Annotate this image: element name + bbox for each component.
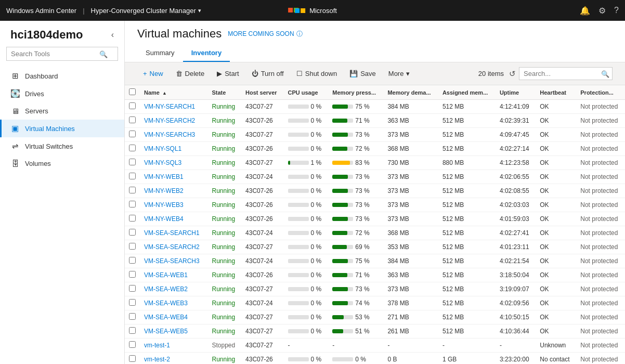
vm-name-link[interactable]: VM-SEA-SEARCH3 — [144, 257, 200, 265]
vm-name-link[interactable]: VM-NY-WEB1 — [144, 173, 184, 180]
row-checkbox[interactable] — [129, 299, 136, 306]
settings-icon[interactable]: ⚙ — [598, 6, 606, 16]
sidebar-item-drives[interactable]: 💽 Drives — [0, 85, 124, 102]
row-checkbox[interactable] — [129, 131, 136, 137]
row-checkbox-cell[interactable] — [125, 212, 140, 226]
col-state[interactable]: State — [208, 85, 242, 100]
row-checkbox[interactable] — [129, 271, 136, 278]
vm-name-link[interactable]: vm-test-1 — [144, 342, 170, 349]
app-name-label: Windows Admin Center — [6, 7, 76, 15]
row-checkbox-cell[interactable] — [125, 142, 140, 156]
delete-button[interactable]: 🗑 Delete — [170, 67, 211, 81]
row-checkbox[interactable] — [129, 102, 136, 109]
cluster-selector[interactable]: Hyper-Converged Cluster Manager ▾ — [91, 7, 201, 15]
vm-name-link[interactable]: vm-test-2 — [144, 356, 170, 363]
row-name-cell: VM-SEA-WEB4 — [140, 310, 208, 324]
row-checkbox-cell[interactable] — [125, 296, 140, 310]
sidebar-item-virtual-machines[interactable]: ▣ Virtual Machines — [0, 120, 124, 137]
collapse-sidebar-button[interactable]: ‹ — [111, 30, 114, 40]
vm-name-link[interactable]: VM-SEA-SEARCH2 — [144, 243, 200, 251]
row-checkbox-cell[interactable] — [125, 240, 140, 254]
row-checkbox[interactable] — [129, 341, 136, 348]
row-checkbox-cell[interactable] — [125, 353, 140, 365]
start-button[interactable]: ▶ Start — [211, 67, 244, 81]
sidebar-item-servers[interactable]: 🖥 Servers — [0, 102, 124, 120]
row-checkbox-cell[interactable] — [125, 282, 140, 296]
vm-name-link[interactable]: VM-NY-SQL3 — [144, 159, 181, 166]
vm-name-link[interactable]: VM-SEA-WEB3 — [144, 300, 188, 307]
help-icon[interactable]: ? — [614, 6, 619, 15]
row-checkbox-cell[interactable] — [125, 226, 140, 240]
row-checkbox-cell[interactable] — [125, 254, 140, 268]
cluster-dropdown-icon[interactable]: ▾ — [198, 7, 201, 14]
col-mem-dem[interactable]: Memory dema... — [383, 85, 438, 100]
table-row: vm-test-2 Running 43C07-26 0 % 0 % 0 B 1… — [125, 353, 625, 365]
vm-name-link[interactable]: VM-NY-WEB4 — [144, 215, 184, 223]
vm-name-link[interactable]: VM-NY-SEARCH3 — [144, 131, 195, 138]
row-checkbox-cell[interactable] — [125, 184, 140, 198]
row-checkbox[interactable] — [129, 257, 136, 264]
vm-name-link[interactable]: VM-SEA-WEB2 — [144, 285, 188, 293]
row-checkbox[interactable] — [129, 145, 136, 151]
row-checkbox-cell[interactable] — [125, 198, 140, 212]
row-checkbox[interactable] — [129, 243, 136, 250]
row-checkbox-cell[interactable] — [125, 268, 140, 282]
row-checkbox[interactable] — [129, 313, 136, 320]
row-checkbox-cell[interactable] — [125, 170, 140, 184]
vm-name-link[interactable]: VM-SEA-WEB4 — [144, 314, 188, 321]
select-all-checkbox[interactable] — [129, 88, 136, 95]
save-button[interactable]: 💾 Save — [344, 67, 382, 81]
row-protection-cell: Not protected — [576, 142, 625, 156]
col-cpu[interactable]: CPU usage — [284, 85, 329, 100]
row-checkbox-cell[interactable] — [125, 339, 140, 353]
col-mem-press[interactable]: Memory press... — [328, 85, 383, 100]
col-name[interactable]: Name ▲ — [140, 85, 208, 100]
row-checkbox-cell[interactable] — [125, 100, 140, 114]
tab-summary[interactable]: Summary — [137, 45, 183, 62]
col-heartbeat[interactable]: Heartbeat — [536, 85, 576, 100]
row-checkbox[interactable] — [129, 327, 136, 334]
new-button[interactable]: + New — [137, 67, 169, 81]
row-name-cell: VM-NY-SEARCH2 — [140, 114, 208, 128]
vm-name-link[interactable]: VM-SEA-WEB5 — [144, 328, 188, 335]
shutdown-button[interactable]: ☐ Shut down — [291, 67, 343, 81]
vm-name-link[interactable]: VM-SEA-SEARCH1 — [144, 229, 200, 237]
row-name-cell: VM-SEA-SEARCH3 — [140, 254, 208, 268]
sidebar-item-dashboard[interactable]: ⊞ Dashboard — [0, 67, 124, 85]
row-checkbox-cell[interactable] — [125, 324, 140, 339]
table-row: VM-SEA-WEB3 Running 43C07-24 0 % 74 % 37… — [125, 296, 625, 310]
row-checkbox-cell[interactable] — [125, 128, 140, 142]
row-checkbox-cell[interactable] — [125, 114, 140, 128]
row-checkbox[interactable] — [129, 159, 136, 165]
row-checkbox[interactable] — [129, 173, 136, 179]
vm-name-link[interactable]: VM-NY-SEARCH1 — [144, 103, 195, 110]
select-all-header[interactable] — [125, 85, 140, 100]
row-checkbox[interactable] — [129, 201, 136, 207]
col-protection[interactable]: Protection... — [576, 85, 625, 100]
refresh-button[interactable]: ↺ — [509, 69, 516, 79]
row-checkbox-cell[interactable] — [125, 310, 140, 324]
search-input[interactable] — [519, 67, 613, 80]
col-assigned-mem[interactable]: Assigned mem... — [438, 85, 496, 100]
sidebar-item-volumes[interactable]: 🗄 Volumes — [0, 155, 124, 172]
row-checkbox[interactable] — [129, 285, 136, 292]
col-host[interactable]: Host server — [241, 85, 283, 100]
vm-name-link[interactable]: VM-NY-WEB2 — [144, 187, 184, 194]
vm-name-link[interactable]: VM-SEA-WEB1 — [144, 271, 188, 279]
notification-icon[interactable]: 🔔 — [580, 6, 590, 16]
row-assigned-cell: 512 MB — [438, 296, 496, 310]
row-checkbox[interactable] — [129, 355, 136, 362]
col-uptime[interactable]: Uptime — [496, 85, 536, 100]
more-button[interactable]: More ▾ — [383, 67, 416, 81]
row-checkbox-cell[interactable] — [125, 156, 140, 170]
row-checkbox[interactable] — [129, 116, 136, 123]
turnoff-button[interactable]: ⏻ Turn off — [246, 67, 290, 81]
sidebar-item-virtual-switches[interactable]: ⇌ Virtual Switches — [0, 137, 124, 155]
tab-inventory[interactable]: Inventory — [183, 45, 230, 62]
vm-name-link[interactable]: VM-NY-SQL1 — [144, 145, 181, 152]
vm-name-link[interactable]: VM-NY-SEARCH2 — [144, 117, 195, 124]
vm-name-link[interactable]: VM-NY-WEB3 — [144, 201, 184, 209]
row-checkbox[interactable] — [129, 187, 136, 193]
row-checkbox[interactable] — [129, 215, 136, 222]
row-checkbox[interactable] — [129, 229, 136, 236]
